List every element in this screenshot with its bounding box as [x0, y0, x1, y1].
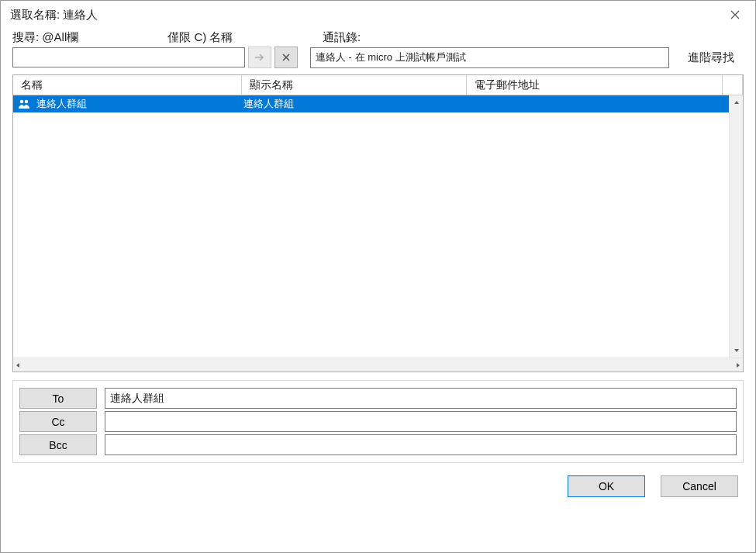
go-button[interactable] — [248, 47, 271, 68]
recipients-block: To 連絡人群組 Cc Bcc — [12, 380, 744, 463]
column-header-name[interactable]: 名稱 — [13, 75, 242, 95]
horizontal-scrollbar[interactable] — [13, 358, 743, 372]
arrow-right-icon — [254, 53, 265, 62]
cancel-button[interactable]: Cancel — [661, 475, 738, 497]
column-header-email[interactable]: 電子郵件地址 — [467, 75, 723, 95]
contacts-list: 名稱 顯示名稱 電子郵件地址 連絡人群組 連絡人群組 — [12, 74, 744, 372]
advanced-find-link[interactable]: 進階尋找 — [688, 50, 734, 65]
cell-name: 連絡人群組 — [35, 97, 242, 111]
search-input[interactable] — [12, 47, 245, 67]
to-field[interactable]: 連絡人群組 — [105, 388, 737, 409]
table-row[interactable]: 連絡人群組 連絡人群組 — [13, 95, 729, 112]
clear-button[interactable] — [274, 47, 298, 68]
scroll-left-icon[interactable] — [16, 362, 20, 368]
svg-point-1 — [25, 100, 28, 103]
vertical-scrollbar[interactable] — [729, 95, 743, 358]
search-labels-row: 搜尋: @All欄 僅限 C) 名稱 通訊錄: — [1, 30, 755, 45]
to-button[interactable]: To — [19, 388, 97, 409]
column-header-tail — [723, 75, 743, 95]
column-header-display-name[interactable]: 顯示名稱 — [242, 75, 467, 95]
address-book-label: 通訊錄: — [323, 30, 361, 45]
to-field-value: 連絡人群組 — [110, 392, 164, 406]
bcc-button[interactable]: Bcc — [19, 434, 97, 455]
name-only-label: 僅限 C) 名稱 — [167, 30, 233, 45]
inputs-row: 連絡人 - 在 micro 上測試帳戶測試 進階尋找 — [1, 45, 755, 74]
list-body: 連絡人群組 連絡人群組 — [13, 95, 743, 358]
address-book-dropdown[interactable]: 連絡人 - 在 micro 上測試帳戶測試 — [310, 47, 669, 68]
close-icon — [281, 53, 291, 62]
scroll-down-icon[interactable] — [730, 344, 743, 358]
window-title: 選取名稱: 連絡人 — [10, 8, 98, 22]
group-icon — [18, 99, 30, 109]
cc-button[interactable]: Cc — [19, 411, 97, 432]
cell-display-name: 連絡人群組 — [242, 97, 467, 111]
cc-field[interactable] — [105, 411, 737, 432]
search-label: 搜尋: @All欄 — [12, 30, 78, 45]
titlebar: 選取名稱: 連絡人 — [1, 1, 755, 30]
dialog-footer: OK Cancel — [1, 463, 755, 497]
ok-button[interactable]: OK — [568, 475, 645, 497]
bcc-field[interactable] — [105, 434, 737, 455]
scroll-up-icon[interactable] — [730, 95, 743, 109]
scroll-right-icon[interactable] — [736, 362, 740, 368]
svg-point-0 — [20, 100, 23, 103]
list-header: 名稱 顯示名稱 電子郵件地址 — [13, 75, 743, 95]
address-book-selected: 連絡人 - 在 micro 上測試帳戶測試 — [316, 50, 466, 64]
close-button[interactable] — [723, 5, 747, 24]
